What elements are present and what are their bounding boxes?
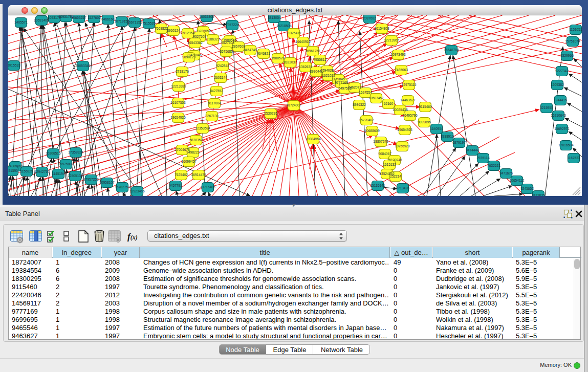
svg-text:15720407: 15720407 [359,118,374,122]
svg-text:2015533: 2015533 [8,63,20,67]
svg-text:8471676: 8471676 [499,171,513,175]
svg-text:8322037: 8322037 [284,60,297,64]
svg-text:9245652: 9245652 [520,187,534,190]
svg-text:19218506: 19218506 [276,24,292,28]
svg-text:9084067: 9084067 [378,152,391,156]
svg-text:5878352: 5878352 [189,138,203,142]
svg-text:3675685: 3675685 [220,50,233,53]
svg-text:12353584: 12353584 [195,126,210,130]
svg-text:3215955: 3215955 [540,106,553,110]
svg-text:9327509: 9327509 [193,35,206,38]
svg-text:18807249: 18807249 [373,140,388,143]
svg-text:12213389: 12213389 [171,84,186,88]
svg-text:2867608: 2867608 [232,45,245,48]
svg-text:16154808: 16154808 [374,27,389,30]
svg-text:9227342: 9227342 [555,69,569,73]
svg-text:6794028: 6794028 [320,69,334,72]
svg-text:8960124: 8960124 [167,29,180,32]
svg-text:16914479: 16914479 [191,173,206,177]
svg-text:8912954: 8912954 [181,31,194,35]
svg-text:16782759: 16782759 [115,185,130,189]
svg-text:9498222: 9498222 [186,150,200,154]
svg-text:1362635: 1362635 [299,65,312,69]
svg-text:10507457: 10507457 [368,96,384,100]
svg-text:10653257: 10653257 [71,16,86,19]
svg-text:1640954: 1640954 [430,127,443,130]
svg-text:16033809: 16033809 [199,15,214,18]
svg-text:14385061: 14385061 [8,164,23,168]
svg-text:9117004: 9117004 [208,101,221,105]
svg-text:7485063: 7485063 [395,68,408,72]
svg-text:20206516: 20206516 [46,151,61,155]
svg-text:19654935: 19654935 [170,116,186,119]
svg-text:9527508: 9527508 [221,41,234,45]
svg-text:10973493: 10973493 [390,53,406,56]
svg-text:7515526: 7515526 [142,21,156,25]
svg-text:12975115: 12975115 [402,83,417,86]
svg-text:12505135: 12505135 [68,174,83,178]
svg-text:23226058: 23226058 [195,29,211,33]
svg-text:26495796: 26495796 [402,114,418,117]
svg-text:99975887: 99975887 [58,162,74,166]
svg-text:10688609: 10688609 [364,129,380,133]
svg-text:13716485: 13716485 [200,185,215,189]
svg-text:1615132: 1615132 [383,163,396,166]
svg-text:1156829: 1156829 [20,169,33,173]
svg-text:8938913: 8938913 [441,135,454,138]
svg-text:2087682: 2087682 [363,16,376,20]
svg-text:1145194: 1145194 [52,172,65,176]
svg-text:16107553: 16107553 [170,101,186,104]
svg-text:9242848: 9242848 [216,64,229,68]
svg-text:8186323: 8186323 [206,37,220,41]
svg-text:2603144: 2603144 [214,76,227,79]
svg-text:2935114: 2935114 [476,156,490,160]
svg-text:15136141: 15136141 [370,184,385,187]
svg-text:9646821: 9646821 [257,52,270,55]
svg-text:1167533: 1167533 [567,156,580,160]
svg-text:3267130: 3267130 [205,114,219,118]
svg-text:1588520: 1588520 [271,56,285,60]
svg-text:8427552: 8427552 [210,89,223,93]
svg-text:9890129: 9890129 [182,55,195,59]
svg-text:7955812: 7955812 [313,58,326,61]
svg-text:1179845: 1179845 [332,77,345,81]
svg-text:9899695: 9899695 [418,120,431,124]
svg-text:7625402: 7625402 [175,173,188,177]
svg-text:12923466: 12923466 [129,189,145,193]
svg-text:16640910: 16640910 [295,40,311,43]
svg-text:17957253: 17957253 [83,178,99,181]
svg-text:1209382: 1209382 [551,83,564,86]
svg-text:16648784: 16648784 [444,48,459,52]
svg-text:9329966: 9329966 [560,54,574,57]
svg-text:11325419: 11325419 [287,31,301,35]
svg-text:1244415: 1244415 [554,98,567,102]
svg-text:7462072: 7462072 [348,85,361,89]
svg-text:9457791: 9457791 [169,184,182,187]
svg-text:19654923: 19654923 [397,128,412,132]
svg-text:1621022: 1621022 [322,74,335,77]
svg-text:16671355: 16671355 [127,20,142,24]
svg-text:12213967: 12213967 [384,38,399,42]
svg-text:8986322: 8986322 [353,103,366,106]
svg-text:14463627: 14463627 [400,98,416,102]
svg-text:15692971: 15692971 [554,127,570,130]
svg-text:62160: 62160 [384,102,394,105]
svg-text:10958107: 10958107 [99,181,115,184]
svg-text:10654112: 10654112 [510,179,525,182]
svg-text:15751074: 15751074 [565,39,580,43]
svg-text:391590: 391590 [8,169,18,172]
svg-text:9115460: 9115460 [419,105,432,108]
svg-text:20691406: 20691406 [34,18,49,22]
svg-text:7957224: 7957224 [226,23,239,27]
svg-text:16099457: 16099457 [181,160,197,163]
svg-text:17016504: 17016504 [558,143,574,147]
svg-text:2718176: 2718176 [176,70,189,73]
svg-text:7663822: 7663822 [155,27,168,30]
svg-text:7632621: 7632621 [487,164,500,167]
svg-text:8454749: 8454749 [244,48,257,52]
svg-text:252214: 252214 [390,174,401,178]
svg-text:12942757: 12942757 [34,170,50,173]
svg-text:18724007: 18724007 [286,103,301,107]
svg-text:9777169: 9777169 [335,81,348,84]
svg-text:16210643: 16210643 [551,114,566,117]
